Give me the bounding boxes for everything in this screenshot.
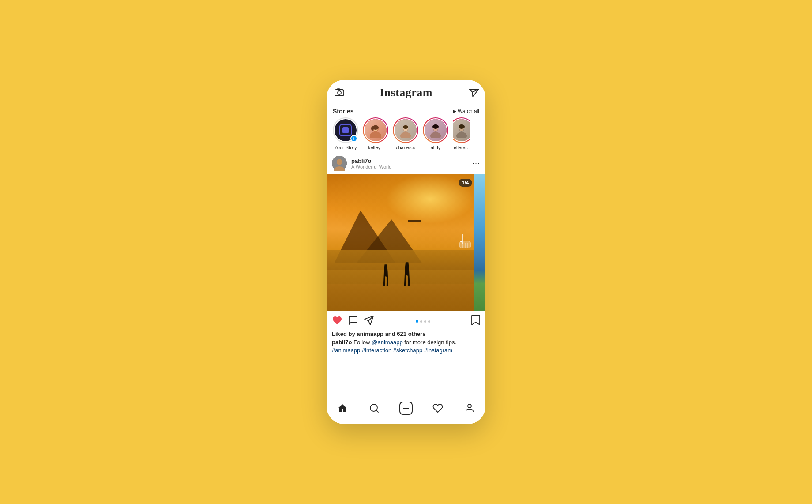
charles-avatar-bg bbox=[395, 119, 417, 141]
kelley-avatar-bg bbox=[365, 119, 387, 141]
post-header: pabli7o A Wonderful World ··· bbox=[327, 152, 485, 174]
story-item-ella[interactable]: ellera... bbox=[453, 117, 470, 150]
svg-point-22 bbox=[337, 159, 342, 165]
svg-point-1 bbox=[338, 91, 341, 94]
next-image-preview bbox=[474, 174, 485, 311]
aly-avatar-bg bbox=[425, 119, 447, 141]
caption-mention[interactable]: @animaapp bbox=[372, 339, 402, 346]
post-user-avatar bbox=[332, 156, 347, 171]
bookmark-button[interactable] bbox=[471, 315, 480, 328]
aly-avatar-inner bbox=[424, 118, 447, 142]
direct-message-icon[interactable] bbox=[466, 86, 479, 100]
ella-avatar-wrapper bbox=[453, 117, 470, 143]
post-more-button[interactable]: ··· bbox=[472, 159, 480, 167]
post-caption: pabli7o Follow @animaapp for more design… bbox=[332, 339, 480, 354]
image-counter: 1/4 bbox=[459, 179, 472, 187]
caption-action: Follow bbox=[353, 339, 372, 346]
charles-avatar-inner bbox=[394, 118, 417, 142]
kelley-avatar-inner bbox=[364, 118, 387, 142]
aly-avatar-wrapper bbox=[423, 117, 448, 143]
likes-count: Liked by animaapp and 621 others bbox=[332, 331, 480, 337]
add-post-icon bbox=[399, 402, 413, 415]
kelley-avatar-wrapper bbox=[363, 117, 388, 143]
svg-point-10 bbox=[400, 132, 411, 138]
beach-scene bbox=[327, 174, 474, 311]
dot-1 bbox=[416, 320, 418, 323]
stories-bar: Stories ▶ Watch all + Your Story bbox=[327, 104, 485, 152]
sand bbox=[327, 270, 474, 311]
post-actions bbox=[327, 311, 485, 330]
share-button[interactable] bbox=[364, 315, 374, 327]
comment-button[interactable] bbox=[348, 315, 358, 327]
post-username: pabli7o bbox=[351, 158, 468, 164]
charles-username: charles.s bbox=[396, 145, 415, 150]
dot-indicators bbox=[374, 320, 471, 323]
nav-profile-button[interactable] bbox=[460, 399, 479, 418]
story-item-kelley[interactable]: kelley_ bbox=[363, 117, 388, 150]
phone-frame: Instagram Stories ▶ Watch all bbox=[327, 80, 485, 424]
post-text: Liked by animaapp and 621 others pabli7o… bbox=[327, 330, 485, 358]
stories-label: Stories bbox=[333, 108, 353, 115]
watch-all-label: Watch all bbox=[458, 108, 479, 114]
post-image-container: 1/4 bbox=[327, 174, 485, 311]
kelley-username: kelley_ bbox=[368, 145, 383, 150]
nav-home-button[interactable] bbox=[333, 399, 352, 418]
svg-point-16 bbox=[432, 124, 439, 129]
square-icon bbox=[339, 124, 352, 136]
post-container: pabli7o A Wonderful World ··· bbox=[327, 152, 485, 394]
stories-header: Stories ▶ Watch all bbox=[327, 108, 485, 117]
dot-2 bbox=[420, 320, 422, 323]
ella-avatar-bg bbox=[453, 119, 470, 141]
like-button[interactable] bbox=[332, 315, 342, 327]
your-story-avatar-wrapper: + bbox=[333, 117, 358, 143]
svg-point-18 bbox=[456, 132, 467, 138]
add-story-badge: + bbox=[350, 135, 357, 142]
watch-all-button[interactable]: ▶ Watch all bbox=[453, 108, 479, 114]
nav-search-button[interactable] bbox=[365, 399, 384, 418]
nav-activity-button[interactable] bbox=[428, 399, 447, 418]
caption-hashtags: #animaapp #interaction #sketchapp #insta… bbox=[332, 347, 452, 354]
play-icon: ▶ bbox=[453, 109, 456, 113]
dot-3 bbox=[424, 320, 426, 323]
stories-list: + Your Story bbox=[327, 117, 485, 150]
aly-username: al_ly bbox=[431, 145, 441, 150]
bottom-nav bbox=[327, 394, 485, 424]
svg-point-5 bbox=[370, 132, 381, 138]
charles-avatar-wrapper bbox=[393, 117, 418, 143]
post-subtitle: A Wonderful World bbox=[351, 164, 468, 169]
svg-point-3 bbox=[342, 90, 343, 91]
caption-username[interactable]: pabli7o bbox=[332, 339, 352, 346]
post-image[interactable]: 1/4 bbox=[327, 174, 485, 311]
post-user-info: pabli7o A Wonderful World bbox=[351, 158, 468, 169]
camera-icon[interactable] bbox=[335, 87, 344, 98]
story-item-aly[interactable]: al_ly bbox=[423, 117, 448, 150]
story-item-your-story[interactable]: + Your Story bbox=[333, 117, 358, 150]
actions-left bbox=[332, 315, 374, 327]
svg-point-12 bbox=[403, 125, 408, 129]
svg-point-14 bbox=[430, 132, 441, 138]
caption-text: for more design tips. bbox=[404, 339, 456, 346]
ella-avatar-inner bbox=[453, 118, 470, 142]
nav-add-button[interactable] bbox=[396, 399, 416, 418]
ella-username: ellera... bbox=[454, 145, 470, 150]
svg-rect-2 bbox=[338, 88, 339, 90]
svg-point-8 bbox=[371, 126, 374, 131]
app-title: Instagram bbox=[380, 86, 432, 99]
boat bbox=[408, 220, 421, 222]
dot-4 bbox=[428, 320, 430, 323]
swipe-cursor bbox=[458, 233, 472, 252]
your-story-label: Your Story bbox=[335, 145, 357, 150]
story-item-charles[interactable]: charles.s bbox=[393, 117, 418, 150]
svg-point-20 bbox=[459, 124, 465, 129]
svg-point-31 bbox=[468, 404, 471, 408]
app-header: Instagram bbox=[327, 80, 485, 104]
